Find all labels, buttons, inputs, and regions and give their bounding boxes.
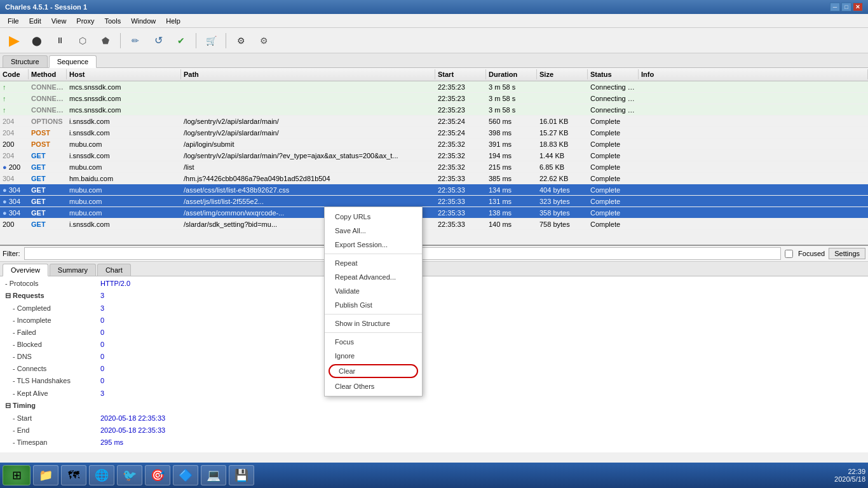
ctx-save-all[interactable]: Save All... bbox=[325, 224, 422, 238]
close-button[interactable]: ✕ bbox=[853, 3, 863, 11]
taskbar-clock: 22:39 2020/5/18 bbox=[834, 468, 865, 483]
table-row[interactable]: 204 GET i.snssdk.com /log/sentry/v2/api/… bbox=[0, 150, 868, 161]
menu-window[interactable]: Window bbox=[126, 16, 161, 26]
table-row[interactable]: 200 GET mubu.com /list 22:35:32 215 ms 6… bbox=[0, 161, 868, 173]
menu-tools[interactable]: Tools bbox=[99, 16, 126, 26]
taskbar-twitter[interactable]: 🐦 bbox=[117, 465, 142, 485]
menu-view[interactable]: View bbox=[46, 16, 72, 26]
taskbar-app6[interactable]: 🔷 bbox=[173, 465, 198, 485]
toolbar-publish[interactable]: 🛒 bbox=[201, 30, 221, 51]
focused-checkbox[interactable] bbox=[785, 250, 793, 258]
taskbar-app5[interactable]: 🎯 bbox=[145, 465, 170, 485]
table-row[interactable]: CONNECT mcs.snssdk.com 22:35:23 3 m 58 s… bbox=[0, 81, 868, 93]
taskbar-explorer[interactable]: 📁 bbox=[33, 465, 58, 485]
row-duration: 134 ms bbox=[486, 186, 537, 194]
row-info bbox=[639, 144, 868, 145]
row-method: GET bbox=[29, 186, 67, 194]
btab-overview[interactable]: Overview bbox=[3, 264, 48, 276]
menu-edit[interactable]: Edit bbox=[24, 16, 46, 26]
taskbar-right: 22:39 2020/5/18 bbox=[834, 468, 865, 483]
overview-row: - Completed 3 bbox=[0, 304, 868, 316]
ctx-validate[interactable]: Validate bbox=[325, 284, 422, 298]
toolbar-repeat[interactable]: ↺ bbox=[148, 30, 168, 51]
ctx-focus[interactable]: Focus bbox=[325, 335, 422, 349]
row-code: 200 bbox=[0, 140, 29, 149]
overview-field-value: 2020-05-18 22:35:33 bbox=[95, 414, 868, 426]
row-duration: 3 m 58 s bbox=[486, 83, 537, 92]
table-row[interactable]: ● 304 GET mubu.com /asset/css/list/list-… bbox=[0, 184, 868, 196]
menu-help[interactable]: Help bbox=[161, 16, 186, 26]
table-row[interactable]: 204 POST i.snssdk.com /log/sentry/v2/api… bbox=[0, 127, 868, 139]
ctx-copy-urls[interactable]: Copy URLs bbox=[325, 210, 422, 224]
row-host: mcs.snssdk.com bbox=[67, 105, 181, 114]
row-info bbox=[639, 224, 868, 225]
row-host: mubu.com bbox=[67, 140, 181, 149]
header-duration: Duration bbox=[486, 69, 537, 79]
toolbar-stop[interactable]: ⬤ bbox=[27, 30, 47, 51]
tab-structure[interactable]: Structure bbox=[3, 55, 48, 67]
header-path: Path bbox=[181, 69, 435, 79]
row-status: Complete bbox=[588, 140, 639, 149]
taskbar-app7[interactable]: 💻 bbox=[201, 465, 226, 485]
row-code: 204 bbox=[0, 117, 29, 126]
toolbar-separator-1 bbox=[120, 33, 121, 48]
menu-file[interactable]: File bbox=[3, 16, 24, 26]
toolbar-validate[interactable]: ✔ bbox=[171, 30, 191, 51]
row-info bbox=[639, 132, 868, 133]
overview-field-name: - DNS bbox=[0, 352, 95, 364]
toolbar-clear-sessions[interactable]: ⬡ bbox=[72, 30, 93, 51]
ctx-repeat[interactable]: Repeat bbox=[325, 256, 422, 270]
taskbar-app8[interactable]: 💾 bbox=[229, 465, 254, 485]
row-duration: 131 ms bbox=[486, 197, 537, 206]
ctx-clear-others[interactable]: Clear Others bbox=[325, 379, 422, 393]
row-host: mubu.com bbox=[67, 208, 181, 217]
toolbar-compose[interactable]: ⬟ bbox=[95, 30, 116, 51]
btab-summary[interactable]: Summary bbox=[50, 264, 96, 276]
toolbar-pause[interactable]: ⏸ bbox=[50, 30, 70, 51]
table-row[interactable]: ● 304 GET mubu.com /asset/img/common/wxq… bbox=[0, 207, 868, 219]
table-row[interactable]: 304 GET hm.baidu.com /hm.js?4426cbb0486a… bbox=[0, 173, 868, 184]
table-row[interactable]: 204 OPTIONS i.snssdk.com /log/sentry/v2/… bbox=[0, 116, 868, 127]
settings-button[interactable]: Settings bbox=[829, 248, 865, 259]
start-button[interactable]: ⊞ bbox=[3, 465, 31, 485]
row-path: /log/sentry/v2/api/slardar/main/ bbox=[181, 117, 435, 126]
toolbar-settings[interactable]: ⚙ bbox=[254, 30, 274, 51]
taskbar: ⊞ 📁 🗺 🌐 🐦 🎯 🔷 💻 💾 22:39 2020/5/18 bbox=[0, 463, 868, 488]
table-row[interactable]: 200 POST mubu.com /api/login/submit 22:3… bbox=[0, 139, 868, 150]
maximize-button[interactable]: □ bbox=[841, 3, 851, 11]
table-row[interactable]: ● 304 GET mubu.com /asset/js/list/list-2… bbox=[0, 196, 868, 207]
row-status: Complete bbox=[588, 128, 639, 137]
taskbar-maps[interactable]: 🗺 bbox=[61, 465, 86, 485]
overview-field-name: - Protocols bbox=[0, 279, 95, 291]
row-size: 358 bytes bbox=[537, 208, 588, 217]
overview-row: - Protocols HTTP/2.0 bbox=[0, 279, 868, 291]
table-row[interactable]: 200 GET i.snssdk.com /slardar/sdk_settin… bbox=[0, 219, 868, 230]
ctx-repeat-advanced[interactable]: Repeat Advanced... bbox=[325, 270, 422, 284]
minimize-button[interactable]: ─ bbox=[830, 3, 840, 11]
ctx-export-session[interactable]: Export Session... bbox=[325, 238, 422, 252]
taskbar-chrome[interactable]: 🌐 bbox=[89, 465, 114, 485]
toolbar-start[interactable]: ▶ bbox=[4, 30, 24, 51]
row-host: mubu.com bbox=[67, 186, 181, 194]
bottom-content: - Protocols HTTP/2.0 ⊟ Requests 3 - Comp… bbox=[0, 276, 868, 452]
row-host: hm.baidu.com bbox=[67, 174, 181, 183]
btab-chart[interactable]: Chart bbox=[97, 264, 131, 276]
ctx-ignore[interactable]: Ignore bbox=[325, 349, 422, 363]
tab-sequence[interactable]: Sequence bbox=[49, 55, 97, 68]
row-host: i.snssdk.com bbox=[67, 151, 181, 160]
table-row[interactable]: CONNECT mcs.snssdk.com 22:35:23 3 m 58 s… bbox=[0, 93, 868, 104]
row-size: 404 bytes bbox=[537, 186, 588, 194]
toolbar-throttle[interactable]: ⚙ bbox=[231, 30, 251, 51]
overview-row: - Failed 0 bbox=[0, 328, 868, 340]
row-info bbox=[639, 109, 868, 111]
menu-proxy[interactable]: Proxy bbox=[71, 16, 99, 26]
ctx-clear[interactable]: Clear bbox=[329, 364, 418, 378]
ctx-show-in-structure[interactable]: Show in Structure bbox=[325, 316, 422, 330]
overview-field-value: 3 bbox=[95, 389, 868, 401]
ctx-publish-gist[interactable]: Publish Gist bbox=[325, 298, 422, 312]
toolbar-edit[interactable]: ✏ bbox=[125, 30, 146, 51]
row-host: mubu.com bbox=[67, 163, 181, 172]
row-method: GET bbox=[29, 220, 67, 229]
overview-field-value: 0 bbox=[95, 340, 868, 352]
table-row[interactable]: CONNECT mcs.snssdk.com 22:35:23 3 m 58 s… bbox=[0, 104, 868, 116]
